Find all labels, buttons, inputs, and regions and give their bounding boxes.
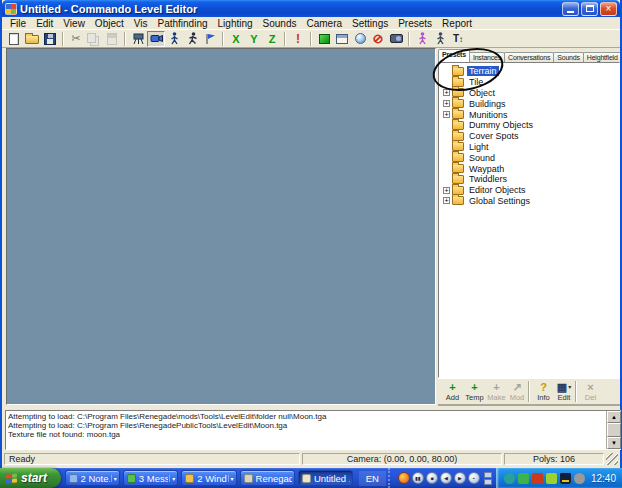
preset-action-button[interactable]: + ▾ Make bbox=[486, 381, 507, 402]
axis-y-toggle[interactable]: Y bbox=[245, 31, 263, 47]
start-button[interactable]: start bbox=[0, 468, 61, 488]
save-button[interactable] bbox=[41, 31, 59, 47]
menu-item[interactable]: Settings bbox=[347, 18, 393, 29]
tray-icon-6[interactable] bbox=[574, 473, 585, 484]
tree-item[interactable]: + Tile bbox=[443, 77, 619, 88]
tree-item[interactable]: + Cover Spots bbox=[443, 131, 619, 142]
close-button[interactable]: × bbox=[600, 2, 617, 16]
stop-button[interactable]: ■ bbox=[426, 472, 438, 484]
menu-item[interactable]: Pathfinding bbox=[152, 18, 212, 29]
tree-item-label: Waypath bbox=[467, 164, 506, 174]
tree-item[interactable]: + Terrain bbox=[443, 66, 619, 77]
new-file-button[interactable] bbox=[5, 31, 23, 47]
panel-tab[interactable]: Conversations bbox=[504, 52, 554, 62]
scroll-up-icon[interactable]: ▲ bbox=[607, 411, 621, 423]
menu-item[interactable]: File bbox=[5, 18, 31, 29]
walk-mode-button[interactable] bbox=[165, 31, 183, 47]
light-toggle-button[interactable]: ! bbox=[289, 31, 307, 47]
folder-icon bbox=[452, 142, 464, 151]
mute-button[interactable]: ▪ bbox=[468, 472, 480, 484]
language-indicator[interactable]: EN bbox=[359, 471, 386, 486]
menu-item[interactable]: Lighting bbox=[213, 18, 258, 29]
preset-action-button[interactable]: ▦ ▾ Edit bbox=[555, 381, 576, 402]
menu-item[interactable]: Vis bbox=[129, 18, 153, 29]
menu-item[interactable]: Camera bbox=[301, 18, 347, 29]
menu-item[interactable]: Sounds bbox=[258, 18, 302, 29]
group-expand-icon[interactable]: ▾ bbox=[228, 475, 234, 482]
expand-plus-icon[interactable]: + bbox=[443, 89, 450, 96]
pause-button[interactable]: ▮▮ bbox=[412, 472, 424, 484]
tree-item[interactable]: + Twiddlers bbox=[443, 174, 619, 185]
tray-icon-3[interactable] bbox=[532, 473, 543, 484]
panel-tab[interactable]: Heightfield bbox=[583, 52, 620, 62]
tree-item[interactable]: + Waypath bbox=[443, 163, 619, 174]
panel-tab[interactable]: Presets bbox=[438, 49, 470, 62]
panel-tab[interactable]: Sounds bbox=[553, 52, 584, 62]
menu-item[interactable]: Report bbox=[437, 18, 477, 29]
move-cube-button[interactable] bbox=[315, 31, 333, 47]
tray-icon-4[interactable] bbox=[546, 473, 557, 484]
scrollbar-thumb[interactable] bbox=[607, 423, 621, 437]
tree-item[interactable]: + Light bbox=[443, 142, 619, 153]
tree-item[interactable]: + Buildings bbox=[443, 98, 619, 109]
taskbar-button[interactable]: 2 Wind... ▾ bbox=[181, 470, 236, 486]
axis-x-toggle[interactable]: X bbox=[227, 31, 245, 47]
log-lines: Attempting to load: C:\Program Files\Ren… bbox=[8, 412, 605, 448]
tree-item[interactable]: + Sound bbox=[443, 152, 619, 163]
window-frame-button[interactable] bbox=[333, 31, 351, 47]
text-size-button[interactable]: T↕ bbox=[449, 31, 467, 47]
expand-plus-icon[interactable]: + bbox=[443, 197, 450, 204]
group-expand-icon[interactable]: ▾ bbox=[111, 475, 117, 482]
expand-plus-icon[interactable]: + bbox=[443, 187, 450, 194]
expand-plus-icon[interactable]: + bbox=[443, 100, 450, 107]
panel-tab[interactable]: Instances bbox=[469, 52, 505, 62]
taskbar-button[interactable]: Untitled ... ▾ bbox=[298, 470, 353, 486]
band-restore-buttons[interactable] bbox=[484, 472, 492, 485]
sphere-button[interactable] bbox=[351, 31, 369, 47]
expand-plus-icon[interactable]: + bbox=[443, 111, 450, 118]
tree-item[interactable]: + Munitions bbox=[443, 109, 619, 120]
menu-item[interactable]: Object bbox=[90, 18, 129, 29]
tree-item[interactable]: + Dummy Objects bbox=[443, 120, 619, 131]
next-button[interactable]: ▶ bbox=[454, 472, 466, 484]
tree-item[interactable]: + Editor Objects bbox=[443, 185, 619, 196]
no-collision-button[interactable]: ⊘ bbox=[369, 31, 387, 47]
view-mode-button[interactable] bbox=[147, 31, 165, 47]
waypoint-flag-button[interactable] bbox=[201, 31, 219, 47]
minimize-button[interactable] bbox=[562, 2, 579, 16]
previous-button[interactable]: ◀ bbox=[440, 472, 452, 484]
window-title: Untitled - Commando Level Editor bbox=[20, 3, 562, 15]
preset-action-button[interactable]: ↗ ▾ Mod bbox=[508, 381, 529, 402]
tray-icon-5[interactable] bbox=[560, 473, 571, 484]
open-file-button[interactable] bbox=[23, 31, 41, 47]
preset-action-button[interactable]: × ▾ Del bbox=[580, 381, 601, 402]
run-mode-button[interactable] bbox=[183, 31, 201, 47]
menu-item[interactable]: Presets bbox=[393, 18, 437, 29]
tree-item[interactable]: + Object bbox=[443, 88, 619, 99]
taskbar-button[interactable]: 2 Note... ▾ bbox=[65, 470, 120, 486]
menu-item[interactable]: Edit bbox=[31, 18, 58, 29]
tray-icon-2[interactable] bbox=[518, 473, 529, 484]
viewport-3d[interactable] bbox=[6, 48, 436, 405]
task-label: Untitled ... bbox=[314, 473, 350, 484]
wmp-icon[interactable] bbox=[398, 472, 410, 484]
axis-z-toggle[interactable]: Z bbox=[263, 31, 281, 47]
character-purple-button[interactable] bbox=[413, 31, 431, 47]
maximize-button[interactable] bbox=[581, 2, 598, 16]
group-expand-icon[interactable]: ▾ bbox=[169, 475, 175, 482]
log-scrollbar[interactable]: ▲ ▼ bbox=[606, 411, 620, 449]
taskbar-button[interactable]: 3 Mess... ▾ bbox=[123, 470, 178, 486]
menu-item[interactable]: View bbox=[58, 18, 90, 29]
camera-settings-button[interactable] bbox=[387, 31, 405, 47]
taskbar-button[interactable]: Renegad... ▾ bbox=[240, 470, 295, 486]
resize-grip[interactable] bbox=[606, 453, 618, 465]
preset-action-button[interactable]: + ▾ Add bbox=[442, 381, 463, 402]
character-dark-button[interactable] bbox=[431, 31, 449, 47]
dropdown-arrow-icon[interactable]: ▾ bbox=[568, 383, 571, 390]
tree-item[interactable]: + Global Settings bbox=[443, 196, 619, 207]
preset-action-button[interactable]: + ▾ Temp bbox=[464, 381, 485, 402]
preset-action-button[interactable]: ? ▾ Info bbox=[533, 381, 554, 402]
scroll-down-icon[interactable]: ▼ bbox=[607, 437, 621, 449]
camera-tripod-button[interactable] bbox=[129, 31, 147, 47]
tray-icon-1[interactable] bbox=[504, 473, 515, 484]
